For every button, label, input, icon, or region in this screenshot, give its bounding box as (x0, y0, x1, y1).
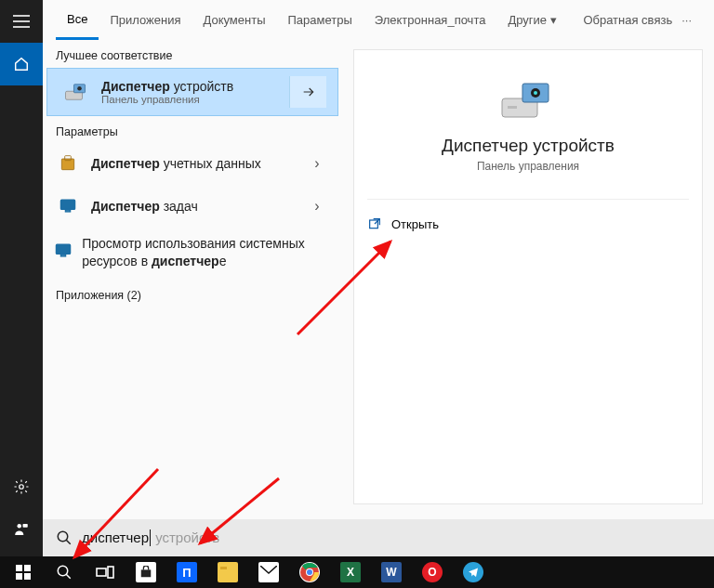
home-icon[interactable] (0, 43, 43, 85)
text-caret (150, 529, 151, 546)
chevron-right-icon: › (303, 198, 331, 215)
taskbar-chrome-icon[interactable] (290, 556, 329, 588)
svg-rect-13 (57, 244, 71, 254)
open-icon (367, 216, 382, 231)
taskbar-store-icon[interactable] (126, 556, 165, 588)
tab-email[interactable]: Электронная_почта (364, 0, 497, 40)
svg-point-3 (20, 485, 24, 490)
tab-documents[interactable]: Документы (192, 0, 276, 40)
result-credential-manager[interactable]: Диспетчер учетных данных › (43, 142, 342, 185)
result-title: Просмотр использования системных ресурсо… (82, 235, 331, 270)
best-match-result[interactable]: Диспетчер устройств Панель управления (46, 68, 338, 116)
svg-line-28 (66, 574, 71, 579)
tab-apps[interactable]: Приложения (99, 0, 192, 40)
svg-point-36 (307, 569, 312, 575)
apps-group-header: Приложения (2) (43, 278, 342, 306)
search-typed-text: диспетчер (82, 529, 149, 545)
start-button[interactable] (4, 556, 43, 588)
cortana-sidebar (0, 0, 43, 556)
svg-rect-26 (24, 573, 31, 580)
chevron-right-icon: › (303, 155, 331, 172)
chevron-down-icon: ▾ (550, 13, 557, 27)
search-panel: Все Приложения Документы Параметры Элект… (43, 0, 714, 556)
taskbar: П X W O (0, 556, 714, 588)
open-action[interactable]: Открыть (354, 207, 702, 241)
result-task-manager[interactable]: Диспетчер задач › (43, 185, 342, 228)
taskbar-app-blue-icon[interactable]: П (167, 556, 206, 588)
preview-title: Диспетчер устройств (442, 136, 615, 156)
tab-settings[interactable]: Параметры (276, 0, 363, 40)
taskbar-telegram-icon[interactable] (454, 556, 493, 588)
taskbar-opera-icon[interactable]: O (413, 556, 452, 588)
svg-rect-25 (16, 573, 22, 580)
preview-card: Диспетчер устройств Панель управления От… (353, 49, 703, 504)
search-box[interactable]: диспетчер устройств (43, 519, 714, 556)
svg-point-4 (18, 524, 22, 529)
ellipsis-icon[interactable]: ··· (672, 13, 701, 27)
svg-point-8 (77, 86, 82, 91)
search-ghost-text: устройств (152, 529, 219, 545)
svg-point-21 (58, 531, 68, 542)
monitor-icon (54, 192, 82, 220)
svg-line-22 (66, 540, 71, 544)
svg-rect-30 (108, 567, 113, 578)
search-filter-tabs: Все Приложения Документы Параметры Элект… (43, 0, 714, 40)
arrow-right-icon[interactable] (289, 76, 326, 108)
result-title: Диспетчер учетных данных (91, 156, 261, 171)
svg-rect-12 (66, 210, 71, 212)
device-manager-icon (498, 78, 558, 123)
tab-more-label: Другие (508, 13, 547, 27)
tab-more[interactable]: Другие ▾ (496, 0, 568, 40)
open-label: Открыть (391, 217, 439, 231)
svg-rect-5 (23, 524, 28, 528)
taskbar-mail-icon[interactable] (249, 556, 288, 588)
preview-column: Диспетчер устройств Панель управления От… (342, 40, 714, 519)
svg-rect-23 (16, 565, 22, 571)
result-resource-monitor[interactable]: Просмотр использования системных ресурсо… (43, 228, 342, 278)
taskbar-explorer-icon[interactable] (208, 556, 247, 588)
task-view-icon[interactable] (86, 556, 125, 588)
divider (367, 199, 689, 200)
taskbar-excel-icon[interactable]: X (331, 556, 370, 588)
taskbar-search-icon[interactable] (45, 556, 84, 588)
best-match-subtitle: Панель управления (101, 94, 233, 105)
search-icon (56, 529, 73, 546)
result-title: Диспетчер задач (91, 199, 198, 214)
svg-rect-14 (61, 255, 66, 256)
device-manager-icon (64, 78, 92, 106)
gear-icon[interactable] (0, 465, 43, 508)
feedback-person-icon[interactable] (0, 508, 43, 551)
svg-point-27 (58, 566, 68, 576)
feedback-link[interactable]: Обратная связь (583, 13, 672, 27)
svg-rect-24 (24, 565, 31, 571)
svg-rect-19 (508, 106, 517, 109)
tab-all[interactable]: Все (56, 0, 99, 40)
svg-rect-29 (97, 568, 106, 576)
svg-point-18 (534, 91, 537, 95)
svg-rect-11 (61, 200, 75, 209)
svg-rect-32 (220, 567, 227, 569)
hamburger-icon[interactable] (0, 0, 43, 43)
best-match-header: Лучшее соответствие (43, 40, 342, 68)
credential-icon (54, 150, 82, 177)
results-column: Лучшее соответствие Диспетчер устройств … (43, 40, 342, 519)
settings-group-header: Параметры (43, 116, 342, 142)
preview-subtitle: Панель управления (477, 160, 579, 173)
best-match-title: Диспетчер устройств (101, 79, 233, 94)
taskbar-word-icon[interactable]: W (372, 556, 411, 588)
monitor-icon (54, 237, 73, 265)
